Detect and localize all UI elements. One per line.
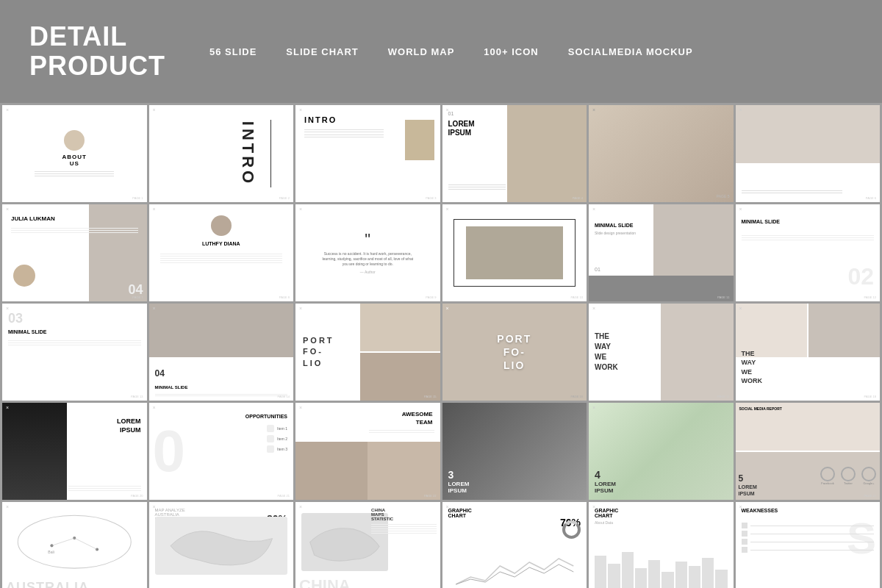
page-number: PAGE 25: [864, 494, 876, 498]
slide-minimal-04[interactable]: × 04 MINIMAL SLIDE PAGE 14: [149, 304, 294, 401]
big-number: 03: [8, 311, 23, 326]
slide-title: MINIMAL SLIDE: [742, 219, 780, 224]
page-number: PAGE 9: [426, 295, 436, 299]
slide-portfolio-2[interactable]: × PORTFO-LIO PAGE 16: [442, 304, 587, 401]
slide-photo-numbered[interactable]: × 02 PAGE 6: [736, 105, 881, 202]
portfolio-title: PORTFO-LIO: [497, 332, 531, 373]
person-name: LUTHFY DIANA: [149, 241, 294, 246]
slide-the-way-1[interactable]: × THEWAYWEWORK PAGE 17: [589, 304, 734, 401]
page-number: PAGE 18: [864, 395, 876, 398]
slide-julia-lukman[interactable]: × JULIA LUKMAN 04 PAGE 7: [2, 204, 147, 301]
slide-china-map[interactable]: × CHINAMAPSSTATISTIC CHINA PAGE 28: [295, 502, 440, 588]
china-text: CHINA: [299, 576, 437, 588]
slide-title: THEWAYWEWORK: [742, 349, 763, 386]
slide-photo: [507, 105, 587, 202]
slide-title: MINIMAL SLIDE: [155, 385, 188, 390]
slide-about-us[interactable]: × ABOUTUS PAGE 1: [2, 105, 147, 202]
opportunities-title: OPPORTUNITIES: [245, 414, 287, 419]
gray-bar: [589, 276, 734, 301]
close-icon: ×: [299, 107, 302, 112]
slide-title: MINIMAL SLIDE: [595, 223, 633, 228]
big-number: 02: [847, 263, 874, 290]
page-number: PAGE 2: [279, 196, 290, 200]
person-name: JULIA LUKMAN: [11, 215, 55, 222]
slide-lorem-person[interactable]: × LOREMIPSUM PAGE 20: [2, 403, 147, 500]
slide-awesome-team[interactable]: × AWESOMETEAM PAGE 22: [295, 403, 440, 500]
icon-box: [267, 435, 274, 442]
close-icon: ×: [739, 504, 742, 509]
person-avatar: [13, 265, 35, 287]
slide-graphic-chart-1[interactable]: × GRAPHICCHART 70% PAGE 29: [442, 502, 587, 588]
slide-lorem-4[interactable]: × 4 LOREMIPSUM: [589, 403, 734, 500]
close-icon: ×: [153, 107, 156, 112]
chart-title: GRAPHICCHART: [595, 508, 618, 518]
team-photo-2: [368, 442, 440, 500]
close-icon: ×: [739, 306, 742, 311]
slide-number: 01: [448, 111, 454, 116]
close-icon: ×: [153, 306, 156, 311]
slide-the-way-2[interactable]: × THEWAYWEWORK PAGE 18: [736, 304, 881, 401]
feature-list: 56 SLIDE SLIDE CHART WORLD MAP 100+ ICON…: [209, 46, 693, 57]
items-list: [742, 520, 875, 555]
slide-minimal-02[interactable]: × MINIMAL SLIDE 02 PAGE 12: [736, 204, 881, 301]
slide-weaknesses[interactable]: × WEAKNESSES S PAGE 31: [736, 502, 881, 588]
slide-australia-stat[interactable]: × MAP ANALYZEAUSTRALIAMAPS STATISTIC 80%…: [149, 502, 294, 588]
bar-chart: [595, 548, 728, 588]
pie-chart: [562, 520, 581, 539]
slide-quote[interactable]: × " Success is no accident. It is hard w…: [295, 204, 440, 301]
page-number: PAGE 15: [424, 395, 436, 398]
social-report-title: SOCIAL MEDIA REPORT: [739, 406, 782, 411]
slides-grid: × ABOUTUS PAGE 1 × INTRO PAGE 2 × INTRO …: [0, 103, 882, 588]
slide-couple-photo[interactable]: × PAGE 10: [442, 204, 587, 301]
slide-portfolio-1[interactable]: × PORTFO-LIO PAGE 15: [295, 304, 440, 401]
close-icon: ×: [739, 107, 742, 112]
slide-intro-image[interactable]: × INTRO PAGE 3: [295, 105, 440, 202]
page-number: PAGE 6: [866, 196, 876, 200]
close-icon: ×: [739, 207, 742, 212]
icon-box: [267, 445, 274, 453]
close-icon: ×: [6, 107, 9, 112]
close-icon: ×: [592, 405, 595, 410]
intro-photo: [405, 120, 434, 160]
slide-photo-2: [808, 304, 880, 357]
slide-lorem-01[interactable]: × 01 LOREMIPSUM PAGE 4: [442, 105, 587, 202]
svg-line-4: [51, 538, 74, 545]
big-number: 04: [155, 368, 165, 379]
page-number: PAGE 20: [131, 494, 143, 498]
slide-minimal-03[interactable]: × 03 MINIMAL SLIDE PAGE 13: [2, 304, 147, 401]
close-icon: ×: [299, 504, 302, 509]
page-number: PAGE 16: [571, 395, 583, 398]
slide-lorem-3[interactable]: 3 LOREMIPSUM: [442, 403, 587, 500]
slide-minimal-gray[interactable]: × MINIMAL SLIDE Slide design presentatio…: [589, 204, 734, 301]
slide-intro-vertical[interactable]: × INTRO PAGE 2: [149, 105, 294, 202]
slide-number: 01: [595, 267, 600, 272]
avatar: [64, 130, 85, 151]
aus-map-svg: [155, 517, 288, 575]
feature-chart: SLIDE CHART: [286, 46, 358, 57]
slide-lorem-5-social[interactable]: × SOCIAL MEDIA REPORT 5 LOREMIPSUM Faceb…: [736, 403, 881, 500]
feature-icons: 100+ ICON: [484, 46, 538, 57]
page-number: PAGE 10: [571, 295, 583, 299]
close-icon: ×: [153, 207, 156, 212]
slide-title: WEAKNESSES: [742, 508, 778, 513]
chart-title: GRAPHICCHART: [448, 508, 472, 518]
svg-line-5: [74, 538, 97, 549]
icon-label: Item 3: [277, 447, 287, 451]
quote-mark: ": [320, 232, 415, 248]
slide-graphic-chart-2[interactable]: × GRAPHICCHART About Data PAGE 30: [589, 502, 734, 588]
page-number: PAGE 21: [278, 494, 290, 498]
slide-luthfy-diana[interactable]: × LUTHFY DIANA PAGE 8: [149, 204, 294, 301]
page-number: PAGE 3: [426, 196, 436, 200]
plant-photo: 4 LOREMIPSUM: [589, 403, 734, 500]
close-icon: ×: [6, 207, 9, 212]
full-photo: 3 LOREMIPSUM: [442, 403, 587, 500]
close-icon: ×: [299, 306, 302, 311]
close-icon: ×: [446, 306, 449, 311]
australia-map-shape: [155, 517, 288, 575]
person-avatar: [211, 215, 232, 236]
slide-opportunities[interactable]: × 0 OPPORTUNITIES Item 1 Item 2 Item 3 P…: [149, 403, 294, 500]
slide-fashion-photo[interactable]: × PAGE 5: [589, 105, 734, 202]
close-icon: ×: [592, 306, 595, 311]
slide-australia-map[interactable]: × Bali AUSTRALIA PAGE 26: [2, 502, 147, 588]
page-number: PAGE 22: [424, 494, 436, 498]
